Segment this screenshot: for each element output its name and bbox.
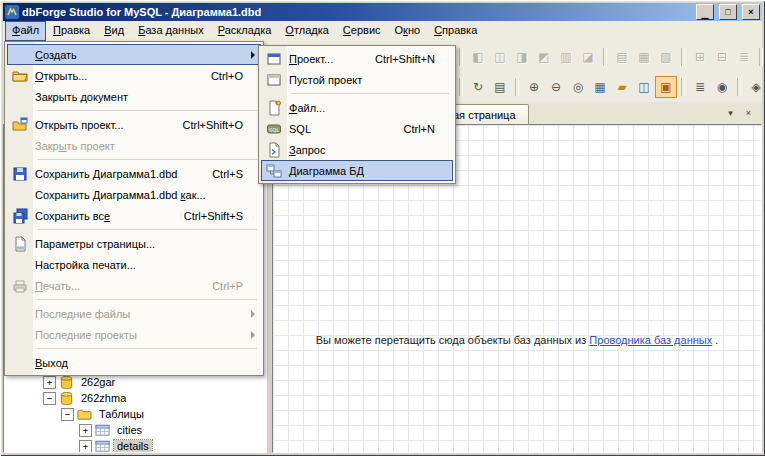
new-project-icon [261, 51, 287, 67]
tab-list-chevron-icon[interactable]: ▾ [723, 105, 738, 120]
menu-item-save[interactable]: Сохранить Диаграмма1.dbd Ctrl+S [7, 163, 261, 184]
menu-edit[interactable]: Правка [46, 21, 97, 41]
tree-row[interactable]: + cities [5, 422, 265, 438]
submenu-item-project[interactable]: Проект... Ctrl+Shift+N [261, 48, 453, 69]
database-icon [59, 375, 75, 390]
canvas-hint: Вы можете перетащить сюда объекты баз да… [273, 334, 761, 346]
menu-item-recent-projects[interactable]: Последние проекты [7, 324, 261, 345]
toolbar-separator [459, 48, 463, 66]
menu-item-open-project[interactable]: Открыть проект... Ctrl+Shift+O [7, 114, 261, 135]
tree-row[interactable]: − Таблицы [5, 406, 265, 422]
new-file-icon [261, 100, 287, 116]
properties-icon[interactable]: ◉ [711, 76, 733, 98]
submenu-item-file[interactable]: Файл... [261, 97, 453, 118]
tables-folder-icon [77, 407, 93, 422]
zoom-100-icon[interactable]: ◎ [567, 76, 589, 98]
menu-separator [37, 348, 257, 349]
menu-item-print[interactable]: Печать... Ctrl+P [7, 275, 261, 296]
menu-item-save-all[interactable]: Сохранить все Ctrl+Shift+S [7, 205, 261, 226]
menu-tools[interactable]: Сервис [336, 21, 388, 41]
create-submenu: Проект... Ctrl+Shift+N Пустой проект Фай… [258, 45, 456, 184]
align-centers-icon[interactable]: ◫ [489, 46, 511, 68]
stamp-tool-icon[interactable]: ▰ [611, 76, 633, 98]
sql-file-icon: SQL [261, 121, 287, 137]
refresh-icon[interactable]: ↻ [467, 76, 489, 98]
submenu-item-db-diagram[interactable]: Диаграмма БД [261, 160, 453, 181]
menu-separator [37, 299, 257, 300]
menu-item-page-setup[interactable]: Параметры страницы... [7, 233, 261, 254]
expander-icon[interactable]: − [43, 392, 56, 405]
db-diagram-icon [261, 163, 287, 179]
align-tops-icon[interactable]: ◩ [533, 46, 555, 68]
toolbar-layout-group: ◧ ◫ ◨ ◩ ▥ ◪ ▤ ▦ ▧ ⊞ ⊟ ≣ ⊕ [455, 41, 765, 72]
menu-item-create[interactable]: Создать [7, 44, 261, 65]
file-menu-dropdown: Создать Открыть... Ctrl+O Закрыть докуме… [4, 41, 264, 376]
expander-icon[interactable]: − [61, 408, 74, 421]
menu-item-open[interactable]: Открыть... Ctrl+O [7, 65, 261, 86]
submenu-item-sql[interactable]: SQL SQL Ctrl+N [261, 118, 453, 139]
tree-row[interactable]: + 262gar [5, 374, 265, 390]
application-window: dbForge Studio for MySQL - Диаграмма1.db… [0, 0, 765, 456]
menu-item-close-document[interactable]: Закрыть документ [7, 86, 261, 107]
menu-separator [37, 159, 257, 160]
maximize-button[interactable]: □ [719, 4, 737, 20]
zoom-select-icon[interactable]: ◈ [745, 76, 765, 98]
minimize-button[interactable]: ▁ [696, 4, 714, 20]
same-size-icon[interactable]: ▧ [655, 46, 677, 68]
printer-icon [7, 278, 33, 294]
titlebar[interactable]: dbForge Studio for MySQL - Диаграмма1.db… [3, 3, 762, 21]
align-lefts-icon[interactable]: ◧ [467, 46, 489, 68]
menu-database[interactable]: База данных [131, 21, 211, 41]
toolbar-separator [603, 48, 607, 66]
save-floppy-icon [7, 166, 33, 182]
expander-icon[interactable]: + [43, 376, 56, 389]
fit-pages-icon[interactable]: ▦ [589, 76, 611, 98]
diagram-mode-icon[interactable]: ▣ [655, 76, 677, 98]
menu-item-recent-files[interactable]: Последние файлы [7, 303, 261, 324]
same-height-icon[interactable]: ▦ [633, 46, 655, 68]
layout-grid-icon[interactable]: ≣ [733, 46, 755, 68]
expander-icon[interactable]: + [79, 424, 92, 437]
toolbar-separator [737, 78, 741, 96]
toolbar-separator [681, 78, 685, 96]
zoom-out-icon[interactable]: ⊖ [545, 76, 567, 98]
menu-layout[interactable]: Раскладка [211, 21, 279, 41]
object-tree-icon[interactable]: ≣ [689, 76, 711, 98]
expander-icon[interactable]: + [79, 440, 92, 453]
tab-close-icon[interactable]: × [741, 105, 756, 120]
menubar: Файл Правка Вид База данных Раскладка От… [3, 21, 762, 42]
tree-row[interactable]: − 262zhma [5, 390, 265, 406]
page-view-icon[interactable]: ◫ [633, 76, 655, 98]
menu-window[interactable]: Окно [388, 21, 428, 41]
menu-help[interactable]: Справка [427, 21, 484, 41]
database-icon [59, 391, 75, 406]
app-icon [5, 5, 19, 19]
print-diagram-icon[interactable]: ▤ [489, 76, 511, 98]
menu-separator [37, 229, 257, 230]
send-to-back-icon[interactable]: ⊟ [711, 46, 733, 68]
toolbar-separator [681, 48, 685, 66]
zoom-in-icon[interactable]: ⊕ [523, 76, 545, 98]
close-button[interactable]: × [742, 4, 760, 20]
tree-row[interactable]: + details [5, 438, 265, 453]
empty-project-icon [261, 72, 287, 88]
bring-to-front-icon[interactable]: ⊞ [689, 46, 711, 68]
align-middles-icon[interactable]: ▥ [555, 46, 577, 68]
submenu-item-query[interactable]: Запрос [261, 139, 453, 160]
open-project-icon [7, 117, 33, 133]
menu-item-exit[interactable]: Выход [7, 352, 261, 373]
menu-file[interactable]: Файл [5, 21, 46, 41]
same-width-icon[interactable]: ▤ [611, 46, 633, 68]
menu-item-print-settings[interactable]: Настройка печати... [7, 254, 261, 275]
table-icon [95, 439, 111, 454]
menu-debug[interactable]: Отладка [278, 21, 336, 41]
toolbar-diagram-group: ↻ ▤ ⊕ ⊖ ◎ ▦ ▰ ◫ ▣ ≣ ◉ ◈ » [455, 72, 765, 102]
menu-view[interactable]: Вид [97, 21, 131, 41]
database-explorer-link[interactable]: Проводника баз данных [589, 334, 712, 346]
align-rights-icon[interactable]: ◨ [511, 46, 533, 68]
tab-label: ая страница [453, 109, 516, 121]
align-bottoms-icon[interactable]: ◪ [577, 46, 599, 68]
menu-item-close-project[interactable]: Закрыть проект [7, 135, 261, 156]
menu-item-save-as[interactable]: Сохранить Диаграмма1.dbd как... [7, 184, 261, 205]
submenu-item-empty-project[interactable]: Пустой проект [261, 69, 453, 90]
